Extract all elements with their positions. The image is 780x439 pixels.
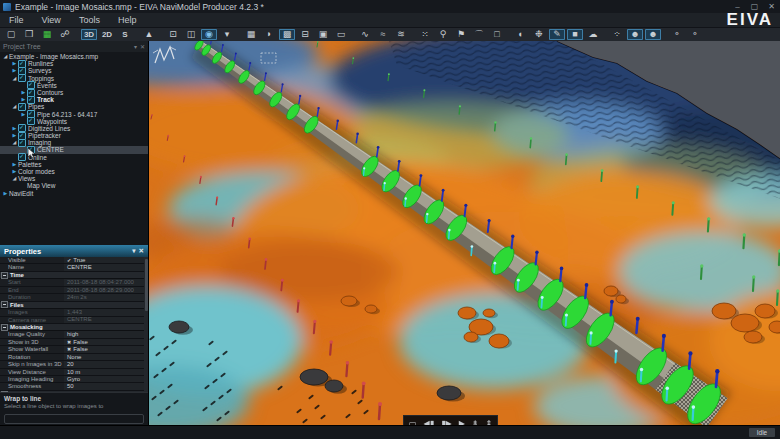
profile-tool-2-button[interactable]: ≈ <box>375 29 391 40</box>
property-row-5[interactable]: Duration24m 2s <box>0 294 148 301</box>
property-group-mosaicking[interactable]: Mosaicking <box>0 324 148 331</box>
pin-icon[interactable]: ▾ <box>134 43 137 50</box>
property-row-12[interactable]: Show Waterfall✖False <box>0 346 148 353</box>
property-row-16[interactable]: Imaging HeadingGyro <box>0 376 148 383</box>
curve-tool-button[interactable]: ⌒ <box>471 29 487 40</box>
cube-view-button[interactable]: ◫ <box>183 29 199 40</box>
property-row-4[interactable]: End2011-08-18 08:28:29.000 <box>0 287 148 294</box>
tree-item-15[interactable]: ▶Palettes <box>0 161 148 168</box>
tree-collapse-icon[interactable]: ▶ <box>11 60 18 67</box>
tree-checkbox[interactable] <box>18 139 26 147</box>
tree-collapse-icon[interactable]: ▶ <box>11 132 18 139</box>
property-group-files[interactable]: Files <box>0 302 148 309</box>
tree-expand-icon[interactable]: ◢ <box>11 75 18 82</box>
tree-item-7[interactable]: ◢Pipes <box>0 103 148 110</box>
view-2d-button[interactable]: 2D <box>99 29 115 40</box>
smiley-tool-1-button[interactable]: ☻ <box>627 29 643 40</box>
open-project-button[interactable]: ❒ <box>21 29 37 40</box>
tree-collapse-icon[interactable]: ▶ <box>20 89 27 96</box>
fill-tool-button[interactable]: ■ <box>567 29 583 40</box>
tree-item-19[interactable]: ▶NaviEdit <box>0 190 148 197</box>
menu-item-file[interactable]: File <box>0 14 33 27</box>
tree-item-17[interactable]: ◢Views <box>0 175 148 182</box>
tree-item-5[interactable]: ▶Contours <box>0 89 148 96</box>
property-value[interactable]: CENTRE <box>64 264 148 270</box>
property-value[interactable]: ✖False <box>64 339 148 345</box>
dot-tool-2-button[interactable]: ⚬ <box>687 29 703 40</box>
tree-item-8[interactable]: ▶Pipe 64.213 - 64.417 <box>0 111 148 118</box>
profile-tool-1-button[interactable]: ∿ <box>357 29 373 40</box>
property-value[interactable]: 20 <box>64 361 148 367</box>
surface-grid-button[interactable]: ▩ <box>279 29 295 40</box>
property-value[interactable]: 24m 2s <box>64 294 148 300</box>
group-collapse-icon[interactable] <box>1 391 8 392</box>
tree-collapse-icon[interactable]: ▶ <box>20 111 27 118</box>
tree-checkbox[interactable] <box>18 103 26 111</box>
import-view-button[interactable]: ⊡ <box>165 29 181 40</box>
waypoint-pin-button[interactable]: ⚲ <box>435 29 451 40</box>
tree-expand-icon[interactable]: ◢ <box>11 175 18 182</box>
tree-item-4[interactable]: Events <box>0 82 148 89</box>
contour-tool-button[interactable]: ◗ <box>261 29 277 40</box>
camera-tool-button[interactable]: ▣ <box>315 29 331 40</box>
tree-checkbox[interactable] <box>27 96 35 104</box>
grid-tool-button[interactable]: ▦ <box>243 29 259 40</box>
property-row-8[interactable]: Camera nameCENTRE <box>0 317 148 324</box>
scatter-tool-button[interactable]: ⁘ <box>609 29 625 40</box>
tree-expand-icon[interactable]: ◢ <box>2 53 9 60</box>
save-project-button[interactable]: ▦ <box>39 29 55 40</box>
dot-tool-1-button[interactable]: ⚬ <box>669 29 685 40</box>
ghost-tool-button[interactable]: ☁ <box>585 29 601 40</box>
smiley-tool-2-button[interactable]: ☻ <box>645 29 661 40</box>
properties-scrollbar[interactable] <box>144 257 148 392</box>
tree-item-3[interactable]: ◢Toppings <box>0 75 148 82</box>
property-row-13[interactable]: RotationNone <box>0 354 148 361</box>
pin-icon[interactable]: ▾ <box>132 247 135 255</box>
annotate-tool-button[interactable]: ✎ <box>549 29 565 40</box>
tree-collapse-icon[interactable]: ▶ <box>11 161 18 168</box>
route-tool-button[interactable]: ⁙ <box>417 29 433 40</box>
waterfall-view-button[interactable]: ⊟ <box>297 29 313 40</box>
property-group-pipewrap[interactable]: Pipe/Wrap <box>0 391 148 392</box>
property-row-7[interactable]: Images1,443 <box>0 309 148 316</box>
menu-item-tools[interactable]: Tools <box>70 14 109 27</box>
profile-tool-3-button[interactable]: ≋ <box>393 29 409 40</box>
tree-collapse-icon[interactable]: ▶ <box>11 168 18 175</box>
tree-item-12[interactable]: ◢Imaging <box>0 139 148 146</box>
light-tool-button[interactable]: ◉ <box>201 29 217 40</box>
menu-item-view[interactable]: View <box>33 14 70 27</box>
property-row-10[interactable]: Image Qualityhigh <box>0 331 148 338</box>
group-collapse-icon[interactable] <box>1 324 8 331</box>
tree-collapse-icon[interactable]: ▶ <box>11 67 18 74</box>
brightness-tool-button[interactable]: ◐ <box>513 29 529 40</box>
tree-checkbox[interactable] <box>18 74 26 82</box>
waypoint-flag-button[interactable]: ⚑ <box>453 29 469 40</box>
menu-item-help[interactable]: Help <box>109 14 146 27</box>
pointer-tool-button[interactable]: ▲ <box>141 29 157 40</box>
property-value[interactable]: None <box>64 354 148 360</box>
property-value[interactable]: 10 m <box>64 369 148 375</box>
property-value[interactable]: Gyro <box>64 376 148 382</box>
tree-checkbox[interactable] <box>27 117 35 125</box>
tree-item-14[interactable]: Online <box>0 154 148 161</box>
property-row-15[interactable]: View Distance10 m <box>0 369 148 376</box>
dropdown-caret-button[interactable]: ▾ <box>219 29 235 40</box>
close-icon[interactable]: ✕ <box>139 247 144 255</box>
viewport-3d[interactable]: ▭◀▮▮▶▶⇟⇞ <box>149 41 780 426</box>
property-row-14[interactable]: Skip n Images in 3D20 <box>0 361 148 368</box>
property-row-17[interactable]: Smoothness50 <box>0 383 148 390</box>
view-3d-button[interactable]: 3D <box>81 29 97 40</box>
property-value[interactable]: 50 <box>64 383 148 389</box>
property-value[interactable]: 2011-08-18 08:28:29.000 <box>64 287 148 293</box>
view-s-button[interactable]: S <box>117 29 133 40</box>
property-row-11[interactable]: Show in 3D✖False <box>0 339 148 346</box>
tree-checkbox[interactable] <box>18 153 26 161</box>
select-rect-button[interactable]: □ <box>489 29 505 40</box>
property-value[interactable]: 2011-08-18 08:04:27.000 <box>64 279 148 285</box>
property-row-3[interactable]: Start2011-08-18 08:04:27.000 <box>0 279 148 286</box>
group-collapse-icon[interactable] <box>1 301 8 308</box>
property-value[interactable]: CENTRE <box>64 317 148 323</box>
tree-collapse-icon[interactable]: ▶ <box>2 190 9 197</box>
property-value[interactable]: ✔True <box>64 257 148 263</box>
property-value[interactable]: ✖False <box>64 346 148 352</box>
